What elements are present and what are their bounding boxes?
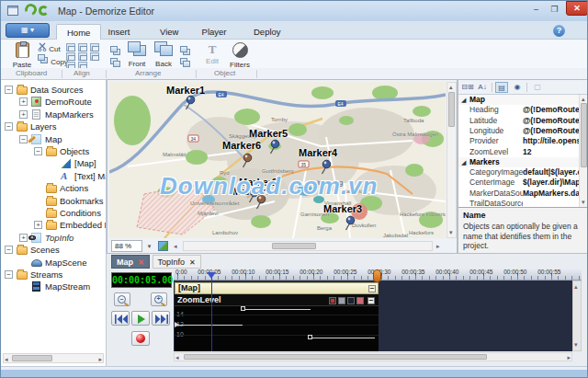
collapse-track-icon[interactable]: − <box>368 285 376 292</box>
ribbon-tab-view[interactable]: View <box>150 24 188 40</box>
close-tab-icon[interactable]: ✕ <box>189 258 196 267</box>
properties-page-icon[interactable]: ▤ <box>495 82 508 93</box>
align-top-icon[interactable] <box>66 52 75 61</box>
play-button[interactable] <box>131 311 150 326</box>
align-center-icon[interactable] <box>78 43 87 52</box>
tree-item-data-sources[interactable]: −Data Sources <box>1 85 107 97</box>
copy-button[interactable]: Copy <box>38 54 68 65</box>
track-header[interactable]: [Map] − <box>175 282 379 294</box>
property-row-markerdatasource[interactable]: MarkerDataSourceMapMarkers.data <box>458 189 579 199</box>
timeline-tab-map[interactable]: Map✕ <box>111 255 150 269</box>
tree-item-scenes[interactable]: −Scenes <box>1 245 107 257</box>
timeline-vscrollbar[interactable]: ▴ ▾ <box>572 281 582 351</box>
go-to-end-button[interactable] <box>152 311 170 326</box>
go-to-start-button[interactable] <box>111 311 130 326</box>
map-hscroll-left-icon[interactable]: ◂ <box>174 243 177 250</box>
ribbon-tab-deploy[interactable]: Deploy <box>243 24 291 40</box>
properties-vscrollbar[interactable]: ▴ ▾ <box>579 95 588 207</box>
tree-item--text-map[interactable]: A[Text] Map <box>1 171 107 183</box>
map-hscrollbar[interactable] <box>183 241 433 251</box>
keyframe-handle[interactable] <box>308 335 312 339</box>
ribbon-tab-insert[interactable]: Insert <box>98 24 141 40</box>
pushpin-icon[interactable] <box>240 153 254 172</box>
collapse-icon[interactable]: − <box>5 122 13 131</box>
track-property-bar[interactable]: ZoomLevel − <box>175 294 379 306</box>
align-middle-icon[interactable] <box>78 52 87 61</box>
property-row-heading[interactable]: Heading@(!DemoRoute.head <box>458 105 579 115</box>
timeline-tab-topinfo[interactable]: TopInfo✕ <box>153 255 201 269</box>
property-row-longitude[interactable]: Longitude@(!DemoRoute.longi <box>458 126 579 136</box>
cut-button[interactable]: Cut <box>38 42 61 53</box>
property-row-latitude[interactable]: Latitude@(!DemoRoute.latitu <box>458 116 579 126</box>
property-row-zoomlevel[interactable]: ZoomLevel12 <box>458 147 579 157</box>
track-collapse-icon[interactable]: − <box>368 297 375 304</box>
collapse-icon[interactable]: − <box>5 86 13 94</box>
track-key-icon[interactable] <box>329 297 336 304</box>
tree-item-mapscene[interactable]: MapScene <box>1 258 107 269</box>
keyframe-curve-area[interactable]: 141210 <box>175 306 379 351</box>
tree-item-streams[interactable]: −Streams <box>1 269 107 281</box>
filters-button[interactable]: Filters <box>226 42 254 69</box>
map-zoom-value[interactable]: 88 % <box>111 240 142 252</box>
sort-alphabetical-icon[interactable]: A↓ <box>476 82 489 93</box>
collapse-icon[interactable]: − <box>19 135 28 143</box>
ribbon-tab-player[interactable]: Player <box>192 24 237 40</box>
collapse-icon[interactable]: − <box>5 246 13 254</box>
events-icon[interactable]: ◉ <box>511 82 524 93</box>
pushpin-icon[interactable] <box>267 139 281 158</box>
paste-button[interactable]: Paste <box>8 42 36 69</box>
zoom-dropdown-icon[interactable]: ▾ <box>144 240 154 252</box>
tree-item-map[interactable]: −Map <box>1 134 107 146</box>
playhead-handle[interactable] <box>207 272 216 279</box>
playhead-line[interactable] <box>211 272 212 351</box>
tree-item-conditions[interactable]: Conditions <box>1 208 107 220</box>
close-button[interactable]: ✕ <box>566 1 588 16</box>
collapse-icon[interactable]: − <box>5 270 13 279</box>
keyframe-segment[interactable] <box>243 309 311 310</box>
pushpin-icon[interactable] <box>183 95 197 114</box>
help-button[interactable]: ? <box>553 25 565 37</box>
align-left-icon[interactable] <box>66 43 75 52</box>
tree-item-mapmarkers[interactable]: +MapMarkers <box>1 109 107 121</box>
property-row-centerimage[interactable]: CenterImage$(layer.dir)\MapPosit <box>458 178 579 188</box>
align-right-icon[interactable] <box>90 43 99 52</box>
expand-icon[interactable]: + <box>19 97 28 106</box>
expand-icon[interactable]: + <box>19 110 28 119</box>
timeline-zoom-in-button[interactable]: + <box>151 292 167 306</box>
front-button[interactable]: Front <box>124 41 150 68</box>
map-canvas[interactable]: E4 E4 35 34 TornbySkäggetorpTallbodaÖstr… <box>109 82 446 238</box>
ribbon-tab-home[interactable]: Home <box>56 24 101 40</box>
keyframe-segment[interactable] <box>175 325 243 326</box>
tree-item-bookmarks[interactable]: Bookmarks <box>1 196 107 208</box>
timeline-hscrollbar[interactable]: ◂ ▸ <box>174 352 572 361</box>
categorized-icon[interactable]: ⊟⊞ <box>461 82 474 93</box>
back-button[interactable]: Back <box>151 41 176 68</box>
align-bottom-icon[interactable] <box>90 52 99 61</box>
collapse-icon[interactable]: − <box>34 147 42 155</box>
tree-hscrollbar[interactable]: ◂ ▸ <box>3 353 104 363</box>
expand-icon[interactable]: + <box>34 221 42 229</box>
fit-to-window-icon[interactable] <box>158 241 168 251</box>
property-category-map[interactable]: ◢Map <box>458 95 579 105</box>
tree-item-objects[interactable]: −Objects <box>1 146 107 158</box>
track-delete-key-icon[interactable] <box>356 297 364 304</box>
property-row-traildatasource[interactable]: TrailDataSource <box>458 199 579 207</box>
tree-item-layers[interactable]: −Layers <box>1 121 107 133</box>
keyframe-segment[interactable] <box>310 338 376 338</box>
expand-icon[interactable]: + <box>19 234 28 242</box>
property-row-provider[interactable]: Providerhttp://tile.openstree <box>458 136 579 146</box>
tree-item-embedded-files[interactable]: +Embedded Files <box>1 220 107 232</box>
pushpin-icon[interactable] <box>343 215 356 235</box>
tree-item-topinfo[interactable]: +TopInfo <box>1 233 107 245</box>
track-prev-key-icon[interactable] <box>338 297 345 304</box>
close-tab-icon[interactable]: ✕ <box>138 258 144 267</box>
timeline-end-marker[interactable] <box>373 269 381 282</box>
track-next-key-icon[interactable] <box>347 297 355 304</box>
tree-item-demoroute[interactable]: +DemoRoute <box>1 97 107 109</box>
tree-item--map-[interactable]: [Map] <box>1 158 107 170</box>
app-menu-button[interactable]: ▦ ▾ <box>6 23 50 38</box>
keyframe-handle[interactable] <box>241 306 245 311</box>
tree-item-actions[interactable]: Actions <box>1 183 107 195</box>
record-button[interactable] <box>131 331 150 346</box>
tree-item-mapstream[interactable]: MapStream <box>1 281 107 293</box>
